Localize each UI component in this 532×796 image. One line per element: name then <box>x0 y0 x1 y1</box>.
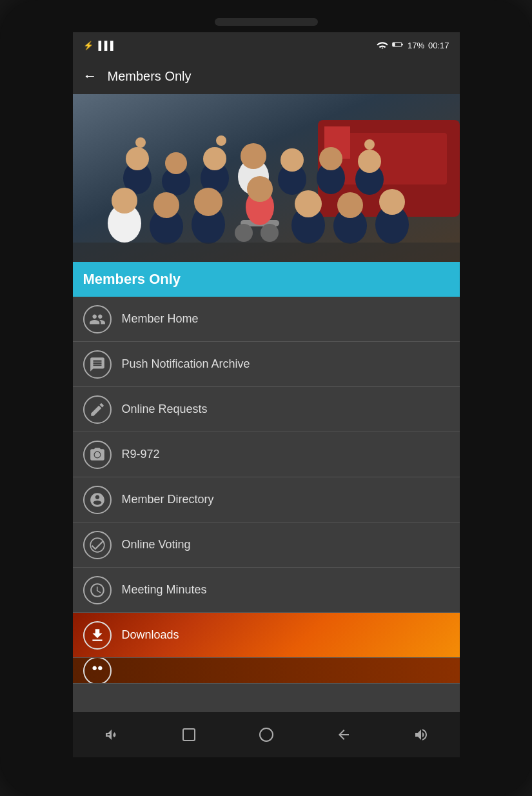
svg-point-13 <box>203 147 226 170</box>
svg-point-45 <box>260 728 273 741</box>
download-icon <box>83 621 112 650</box>
status-right: 17% 00:17 <box>377 40 449 51</box>
menu-label-member-directory: Member Directory <box>122 493 214 506</box>
svg-rect-44 <box>183 729 195 741</box>
status-bar: ⚡ ▌▌▌ 17% 00:17 <box>73 32 460 58</box>
menu-item-online-requests[interactable]: Online Requests <box>73 387 460 432</box>
status-left: ⚡ ▌▌▌ <box>83 41 117 50</box>
check-icon <box>83 531 112 559</box>
battery-icon <box>392 40 404 51</box>
svg-point-17 <box>281 148 304 172</box>
back-button[interactable]: ← <box>83 68 97 85</box>
battery-percent: 17% <box>408 41 424 50</box>
menu-label-meeting-minutes: Meeting Minutes <box>122 583 207 597</box>
banner-title: Members Only <box>83 271 181 287</box>
message-icon <box>83 350 112 379</box>
bottom-navigation <box>73 712 460 757</box>
menu-item-online-voting[interactable]: Online Voting <box>73 522 460 568</box>
menu-item-member-home[interactable]: Member Home <box>73 297 460 342</box>
menu-item-downloads[interactable]: Downloads <box>73 613 460 658</box>
pencil-icon <box>83 395 112 424</box>
svg-point-19 <box>319 147 342 170</box>
svg-point-34 <box>295 190 322 217</box>
phone-frame: ⚡ ▌▌▌ 17% 00:17 ← Members <box>0 0 532 796</box>
svg-point-27 <box>194 188 222 216</box>
hero-image <box>73 94 460 262</box>
screen: ← Members Only <box>73 58 460 712</box>
svg-point-30 <box>261 224 279 242</box>
menu-list: Member Home Push Notification Archive <box>73 297 460 712</box>
svg-rect-1 <box>393 43 395 46</box>
clock-icon <box>83 576 112 604</box>
svg-point-38 <box>379 189 405 215</box>
camera-icon <box>83 441 112 469</box>
volume-down-button[interactable] <box>92 722 131 748</box>
menu-label-r9-972: R9-972 <box>122 448 160 461</box>
menu-label-downloads: Downloads <box>122 628 179 642</box>
menu-item-member-directory[interactable]: Member Directory <box>73 477 460 522</box>
people-icon <box>83 305 112 333</box>
svg-point-11 <box>165 152 187 174</box>
menu-label-online-requests: Online Requests <box>122 403 208 416</box>
svg-point-15 <box>241 143 266 169</box>
home-button[interactable] <box>247 722 286 748</box>
menu-item-meeting-minutes[interactable]: Meeting Minutes <box>73 568 460 613</box>
svg-point-29 <box>235 224 253 242</box>
svg-point-21 <box>358 150 381 173</box>
app-bar-title: Members Only <box>108 69 192 84</box>
usb-icon: ⚡ <box>83 41 94 50</box>
people2-icon <box>83 486 112 514</box>
top-app-bar: ← Members Only <box>73 58 460 94</box>
wifi-icon <box>377 40 388 51</box>
phone-speaker <box>215 18 318 26</box>
time-display: 00:17 <box>428 41 449 50</box>
members-only-banner: Members Only <box>73 262 460 297</box>
recent-apps-button[interactable] <box>170 722 208 748</box>
svg-point-43 <box>90 538 104 552</box>
menu-item-r9-972[interactable]: R9-972 <box>73 432 460 477</box>
svg-point-42 <box>364 139 375 150</box>
back-nav-button[interactable] <box>324 722 363 748</box>
menu-label-push-notification: Push Notification Archive <box>122 357 250 371</box>
svg-rect-39 <box>73 243 460 262</box>
svg-point-36 <box>337 192 363 218</box>
svg-point-32 <box>247 176 273 202</box>
svg-point-23 <box>112 188 137 214</box>
menu-label-online-voting: Online Voting <box>122 538 191 552</box>
svg-point-9 <box>126 147 149 170</box>
menu-label-member-home: Member Home <box>122 312 199 326</box>
menu-item-push-notification[interactable]: Push Notification Archive <box>73 342 460 387</box>
svg-point-25 <box>153 192 179 218</box>
signal-icon: ▌▌▌ <box>99 41 117 50</box>
svg-rect-2 <box>402 43 403 45</box>
menu-item-partial[interactable] <box>73 658 460 684</box>
svg-point-40 <box>135 137 146 148</box>
volume-up-button[interactable] <box>402 722 440 748</box>
partial-icon <box>83 658 112 684</box>
svg-point-41 <box>216 135 226 146</box>
